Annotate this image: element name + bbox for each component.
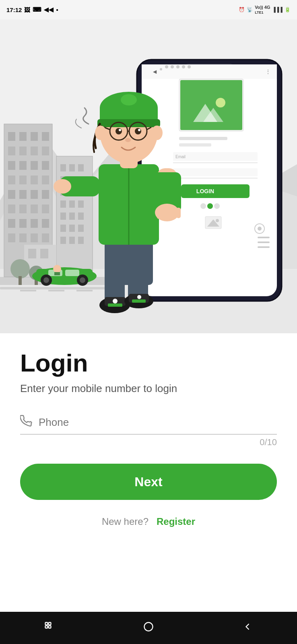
svg-point-63 xyxy=(10,259,30,279)
svg-rect-76 xyxy=(54,272,60,275)
svg-point-138 xyxy=(54,179,71,194)
home-icon[interactable] xyxy=(143,621,154,635)
recents-icon[interactable] xyxy=(44,621,55,635)
svg-rect-116 xyxy=(258,246,270,248)
page-title: Login xyxy=(20,349,277,377)
svg-point-90 xyxy=(171,65,174,68)
svg-rect-160 xyxy=(49,622,51,625)
phone-input[interactable] xyxy=(39,416,277,429)
svg-rect-134 xyxy=(163,206,168,219)
svg-rect-18 xyxy=(8,175,15,184)
svg-point-75 xyxy=(53,265,61,273)
register-prompt: New here? xyxy=(102,516,148,527)
svg-rect-33 xyxy=(42,219,49,228)
svg-rect-49 xyxy=(69,200,75,208)
svg-rect-34 xyxy=(8,233,15,242)
svg-rect-25 xyxy=(42,190,49,199)
svg-point-98 xyxy=(216,98,225,107)
svg-rect-31 xyxy=(19,219,27,228)
svg-rect-163 xyxy=(144,622,153,631)
svg-rect-105 xyxy=(173,178,258,178)
register-row: New here? Register xyxy=(20,516,277,527)
svg-rect-80 xyxy=(76,290,93,291)
svg-rect-56 xyxy=(78,225,84,232)
svg-rect-17 xyxy=(42,161,49,170)
photo-icon: 🖼 xyxy=(24,6,30,13)
svg-rect-114 xyxy=(258,237,270,238)
svg-rect-14 xyxy=(8,161,15,170)
svg-rect-51 xyxy=(60,213,66,220)
svg-text:LOGIN: LOGIN xyxy=(196,188,214,194)
svg-rect-39 xyxy=(60,164,66,171)
svg-point-118 xyxy=(258,227,262,231)
svg-rect-70 xyxy=(65,270,79,276)
svg-point-153 xyxy=(138,129,140,131)
svg-rect-106 xyxy=(181,184,250,198)
svg-rect-8 xyxy=(31,132,38,141)
svg-rect-124 xyxy=(108,303,122,307)
svg-rect-161 xyxy=(45,625,48,628)
svg-rect-162 xyxy=(49,625,51,628)
svg-text:⋮: ⋮ xyxy=(266,69,270,74)
svg-rect-58 xyxy=(69,237,75,244)
register-link[interactable]: Register xyxy=(157,516,195,527)
svg-point-74 xyxy=(80,277,85,283)
svg-text:◀: ◀ xyxy=(153,69,157,74)
svg-point-72 xyxy=(43,277,49,283)
svg-rect-9 xyxy=(42,132,49,141)
svg-point-157 xyxy=(113,299,118,303)
status-left: 17:12 🖼 ⌨ ◀◀ • xyxy=(6,6,58,13)
next-button[interactable]: Next xyxy=(20,464,277,500)
svg-text:Email: Email xyxy=(175,155,186,159)
svg-rect-64 xyxy=(19,276,22,285)
svg-rect-27 xyxy=(19,204,27,213)
alarm-icon: ⏰ xyxy=(239,7,245,12)
svg-rect-40 xyxy=(69,164,75,171)
svg-point-154 xyxy=(125,138,131,142)
svg-rect-101 xyxy=(173,152,258,161)
svg-rect-13 xyxy=(42,147,49,155)
dot-icon: • xyxy=(56,6,58,13)
page-subtitle: Enter your mobile number to login xyxy=(20,382,277,395)
svg-rect-36 xyxy=(31,233,38,242)
svg-rect-144 xyxy=(97,119,160,127)
phone-field-wrapper[interactable] xyxy=(20,415,277,435)
svg-point-91 xyxy=(176,65,179,68)
signal-icon: ▐▐▐ xyxy=(272,7,283,12)
battery-icon: 🔋 xyxy=(285,7,291,12)
phone-icon xyxy=(20,415,32,430)
svg-rect-21 xyxy=(42,175,49,184)
svg-point-143 xyxy=(121,94,137,105)
svg-rect-95 xyxy=(180,80,242,130)
back-icon[interactable] xyxy=(242,621,253,635)
svg-rect-48 xyxy=(60,200,66,208)
svg-point-108 xyxy=(200,203,206,209)
svg-rect-52 xyxy=(69,213,75,220)
svg-rect-99 xyxy=(179,137,227,140)
svg-rect-20 xyxy=(31,175,38,184)
svg-rect-115 xyxy=(258,242,270,243)
svg-rect-11 xyxy=(19,147,27,155)
svg-rect-103 xyxy=(173,163,258,163)
svg-rect-55 xyxy=(69,225,75,232)
svg-point-113 xyxy=(216,219,219,222)
svg-rect-26 xyxy=(8,204,15,213)
svg-rect-136 xyxy=(176,208,181,218)
svg-rect-24 xyxy=(31,190,38,199)
svg-point-110 xyxy=(214,203,220,209)
svg-rect-32 xyxy=(31,219,38,228)
network-label: Vo)) 4GLTE1 xyxy=(255,5,270,14)
svg-rect-37 xyxy=(42,233,49,242)
svg-rect-15 xyxy=(19,161,27,170)
svg-rect-61 xyxy=(28,249,36,258)
illustration-area: ◀ ⋮ Email LOGIN xyxy=(0,19,297,333)
svg-point-92 xyxy=(182,65,185,68)
svg-rect-133 xyxy=(157,208,162,219)
svg-rect-85 xyxy=(142,64,277,79)
svg-rect-104 xyxy=(173,168,258,176)
svg-rect-7 xyxy=(19,132,27,141)
svg-rect-59 xyxy=(78,237,84,244)
svg-rect-159 xyxy=(45,622,48,625)
cast-icon: ◀◀ xyxy=(44,6,54,13)
svg-rect-77 xyxy=(0,287,121,289)
